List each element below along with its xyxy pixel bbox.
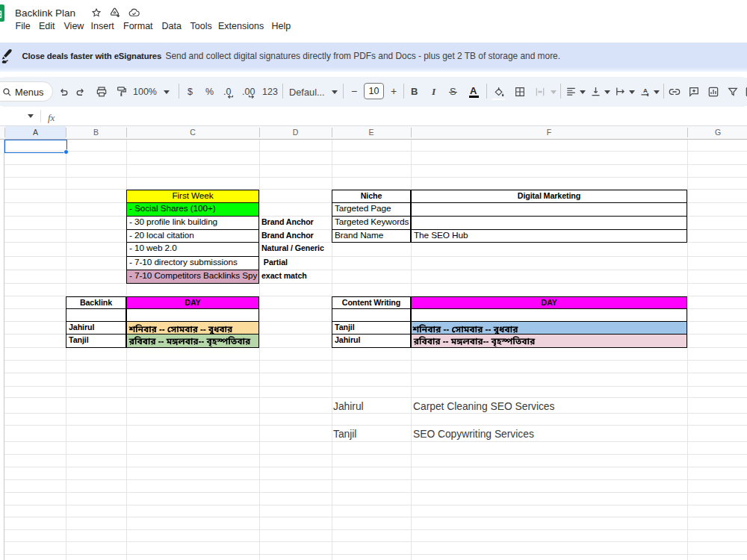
svg-text:A: A xyxy=(643,87,648,94)
